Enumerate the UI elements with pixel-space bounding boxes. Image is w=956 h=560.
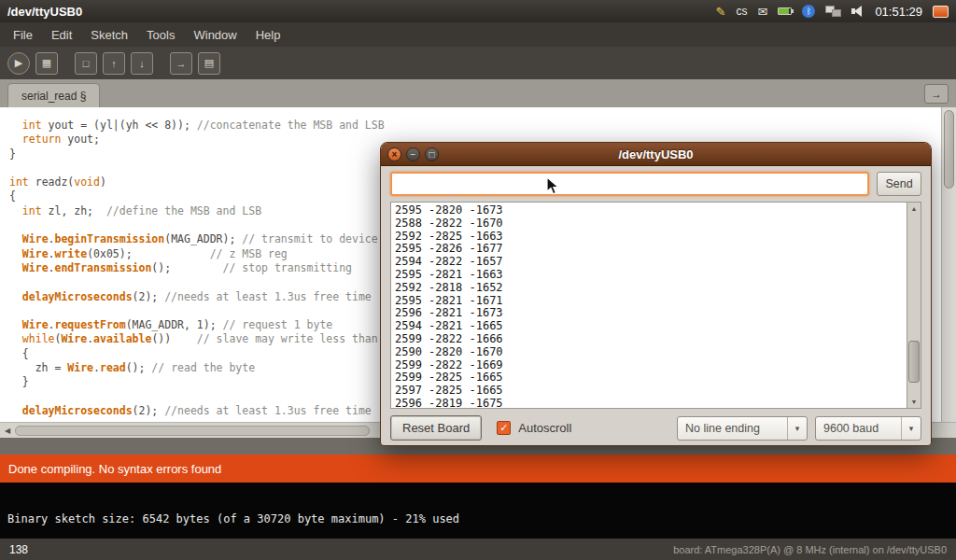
serial-scrollbar[interactable]: ▲ ▼ (907, 203, 921, 408)
baud-rate-value: 9600 baud (816, 417, 901, 440)
tab-menu-button[interactable]: → (924, 84, 949, 104)
window-title: /dev/ttyUSB0 (7, 5, 82, 19)
serial-monitor-titlebar[interactable]: × − □ /dev/ttyUSB0 (381, 143, 931, 166)
serial-line: 2592 -2825 -1663 (395, 231, 921, 244)
note-icon[interactable]: ✎ (716, 5, 726, 19)
menu-item-tools[interactable]: Tools (137, 24, 184, 46)
console-output: Binary sketch size: 6542 bytes (of a 307… (0, 483, 956, 539)
verify-button[interactable]: ▶ (7, 52, 30, 75)
mail-icon[interactable]: ✉ (757, 5, 767, 19)
menu-item-file[interactable]: File (4, 24, 42, 46)
close-icon[interactable]: × (387, 147, 401, 161)
serial-line: 2595 -2820 -1673 (395, 204, 921, 217)
cursor-line-indicator: 138 (9, 543, 28, 556)
board-info: board: ATmega328P(A) @ 8 MHz (internal) … (673, 544, 947, 555)
compile-status-message: Done compiling. No syntax errors found (8, 462, 221, 476)
serial-monitor-button[interactable]: ▤ (198, 52, 220, 75)
serial-input-row: Send (381, 166, 931, 202)
tab-serial-read[interactable]: serial_read § (7, 83, 100, 107)
top-panel: /dev/ttyUSB0 ✎ cs ✉ ᛒ 01:51:29 (0, 0, 956, 22)
serial-line: 2595 -2826 -1677 (395, 243, 921, 256)
editor-vertical-scrollbar[interactable] (941, 107, 956, 422)
reset-board-button[interactable]: Reset Board (390, 415, 482, 441)
serial-output-area[interactable]: 2595 -2820 -16732588 -2822 -16702592 -28… (390, 202, 921, 409)
serial-line: 2594 -2821 -1665 (395, 320, 921, 333)
serial-output: 2595 -2820 -16732588 -2822 -16702592 -28… (391, 203, 921, 409)
new-sketch-button[interactable]: □ (75, 52, 97, 75)
scroll-up-icon[interactable]: ▲ (907, 205, 921, 212)
serial-monitor-controls: Reset Board ✓ Autoscroll No line ending … (381, 409, 931, 447)
tab-menu-icon: → (931, 88, 942, 101)
minimize-icon[interactable]: − (406, 147, 420, 161)
console-text: Binary sketch size: 6542 bytes (of a 307… (7, 512, 459, 525)
session-menu-icon[interactable] (933, 6, 949, 18)
menu-item-edit[interactable]: Edit (42, 24, 81, 46)
bluetooth-icon[interactable]: ᛒ (802, 5, 815, 18)
battery-icon[interactable] (778, 7, 792, 15)
serial-scrollbar-thumb[interactable] (908, 341, 920, 383)
chevron-down-icon: ▾ (787, 417, 807, 440)
serial-line: 2592 -2818 -1652 (395, 282, 921, 295)
menu-bar: FileEditSketchToolsWindowHelp (0, 22, 956, 47)
code-line: int yout = (yl|(yh << 8)); //concatenate… (9, 119, 941, 133)
screen: /dev/ttyUSB0 ✎ cs ✉ ᛒ 01:51:29 FileEditS… (0, 0, 956, 560)
serial-line: 2599 -2822 -1669 (395, 359, 921, 372)
line-ending-value: No line ending (678, 417, 787, 440)
serial-line: 2588 -2822 -1670 (395, 217, 921, 231)
network-icon[interactable] (825, 6, 841, 17)
line-ending-select[interactable]: No line ending ▾ (677, 416, 808, 441)
serial-line: 2599 -2822 -1666 (395, 333, 921, 346)
menu-item-window[interactable]: Window (184, 24, 246, 46)
clock[interactable]: 01:51:29 (875, 5, 922, 19)
tab-label: serial_read § (21, 90, 86, 103)
toolbar: ▶▦□↑↓→▤ (0, 47, 956, 79)
serial-line: 2590 -2820 -1670 (395, 346, 921, 359)
serial-monitor-window: × − □ /dev/ttyUSB0 Send 2595 -2820 -1673… (380, 142, 932, 446)
maximize-icon[interactable]: □ (425, 147, 439, 161)
menu-item-sketch[interactable]: Sketch (81, 24, 137, 46)
serial-line: 2595 -2821 -1663 (395, 269, 921, 282)
serial-line: 2596 -2821 -1673 (395, 307, 921, 320)
scroll-left-icon[interactable]: ◀ (0, 427, 15, 435)
scroll-down-icon[interactable]: ▼ (907, 399, 921, 405)
send-button[interactable]: Send (877, 172, 921, 196)
editor-vscroll-thumb[interactable] (944, 110, 954, 189)
serial-line: 2597 -2825 -1665 (395, 385, 921, 398)
window-controls: × − □ (387, 147, 439, 161)
open-sketch-button[interactable]: ↑ (103, 52, 125, 75)
mouse-cursor (546, 176, 564, 197)
baud-rate-select[interactable]: 9600 baud ▾ (815, 416, 921, 441)
stop-button[interactable]: ▦ (35, 52, 58, 75)
volume-icon[interactable] (851, 6, 865, 17)
editor-hscroll-thumb[interactable] (15, 426, 370, 436)
serial-line: 2594 -2822 -1657 (395, 256, 921, 269)
autoscroll-label: Autoscroll (518, 421, 571, 435)
system-tray: ✎ cs ✉ ᛒ 01:51:29 (716, 5, 949, 19)
compile-status-bar: Done compiling. No syntax errors found (0, 455, 956, 483)
chevron-down-icon: ▾ (901, 417, 921, 440)
serial-line: 2596 -2819 -1675 (395, 398, 921, 409)
footer-status-bar: 138 board: ATmega328P(A) @ 8 MHz (intern… (0, 539, 956, 560)
menu-item-help[interactable]: Help (246, 24, 290, 46)
serial-input[interactable] (390, 172, 869, 196)
tab-bar: serial_read § → (0, 79, 956, 107)
save-sketch-button[interactable]: ↓ (131, 52, 153, 75)
check-icon: ✓ (499, 423, 508, 433)
serial-line: 2595 -2821 -1671 (395, 295, 921, 308)
serial-monitor-title: /dev/ttyUSB0 (381, 147, 931, 161)
keyboard-layout-indicator[interactable]: cs (736, 5, 747, 18)
autoscroll-checkbox[interactable]: ✓ (497, 421, 511, 435)
serial-line: 2599 -2825 -1665 (395, 371, 921, 385)
upload-button[interactable]: → (170, 52, 192, 75)
